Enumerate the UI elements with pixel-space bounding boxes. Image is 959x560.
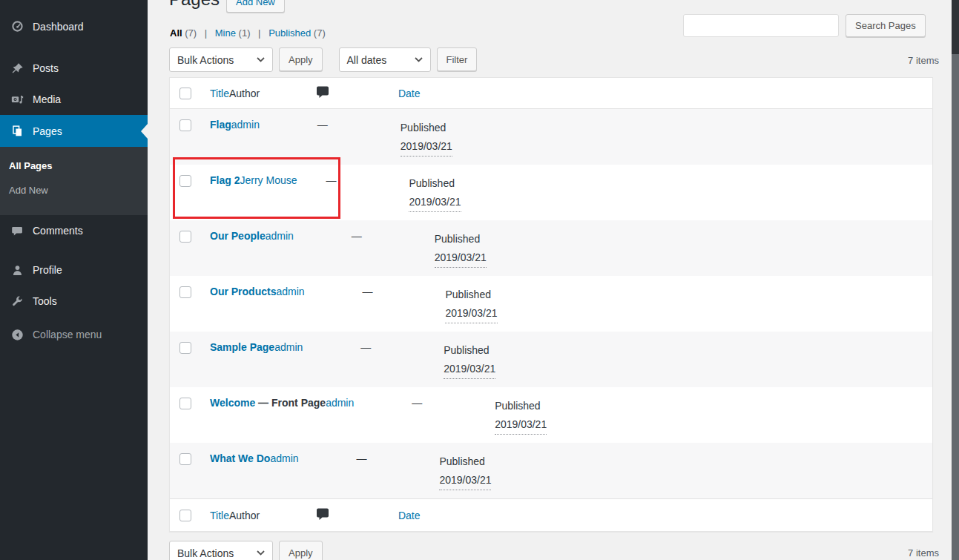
- author-link[interactable]: admin: [326, 397, 354, 409]
- sort-title-link[interactable]: Title: [210, 510, 229, 521]
- table-row: Our Products admin — Published2019/03/21: [170, 276, 932, 332]
- comments-dash: —: [317, 119, 328, 131]
- status-text: Published: [401, 122, 446, 134]
- select-all-checkbox[interactable]: [179, 88, 191, 99]
- sidebar-item-label: Comments: [33, 225, 83, 237]
- chevron-down-icon: [257, 550, 265, 556]
- comments-dash: —: [326, 174, 336, 186]
- author-link[interactable]: admin: [274, 341, 303, 353]
- row-checkbox[interactable]: [179, 398, 191, 409]
- status-text: Published: [495, 400, 541, 412]
- page-title-link[interactable]: Flag 2: [210, 174, 240, 186]
- apply-button-bottom[interactable]: Apply: [279, 541, 323, 560]
- bulk-actions-value: Bulk Actions: [177, 54, 234, 66]
- row-checkbox[interactable]: [179, 453, 191, 465]
- author-column-header: Author: [229, 510, 315, 521]
- sidebar-item-label: Collapse menu: [33, 329, 102, 340]
- search-pages-button[interactable]: Search Pages: [846, 14, 926, 37]
- author-link[interactable]: admin: [266, 230, 294, 242]
- page-title-link[interactable]: What We Do: [210, 452, 270, 464]
- author-link[interactable]: admin: [276, 286, 304, 297]
- table-row: What We Do admin — Published2019/03/21: [170, 443, 932, 498]
- date-text: 2019/03/21: [435, 248, 487, 268]
- chevron-down-icon: [415, 57, 423, 62]
- post-state: — Front Page: [255, 397, 326, 409]
- row-checkbox[interactable]: [179, 286, 191, 298]
- items-count: 7 items: [908, 547, 939, 559]
- sidebar-item-label: Profile: [33, 264, 62, 276]
- page-title-link[interactable]: Flag: [210, 119, 231, 131]
- admin-sidebar: Dashboard Posts Media Pages All Pages Ad…: [0, 0, 148, 560]
- view-mine-count: (1): [239, 27, 251, 39]
- row-checkbox[interactable]: [179, 119, 191, 131]
- author-link[interactable]: Jerry Mouse: [240, 174, 297, 186]
- select-all-checkbox[interactable]: [179, 510, 191, 521]
- sidebar-item-label: Pages: [33, 125, 62, 137]
- comments-dash: —: [360, 341, 371, 353]
- sidebar-item-collapse-menu[interactable]: Collapse menu: [0, 319, 148, 350]
- items-count: 7 items: [908, 55, 939, 66]
- top-toolbar: Bulk Actions Apply All dates Filter: [169, 47, 477, 72]
- scrollbar-track[interactable]: [952, 0, 959, 560]
- dashboard-icon: [10, 20, 24, 33]
- sort-date-link[interactable]: Date: [398, 88, 421, 99]
- pages-table: Title Author Date Flag admin — Published…: [169, 77, 933, 532]
- view-published-link[interactable]: Published: [268, 27, 311, 39]
- scrollbar-thumb[interactable]: [952, 54, 959, 560]
- filter-button[interactable]: Filter: [437, 47, 478, 71]
- table-row: Flag admin — Published2019/03/21: [170, 109, 932, 165]
- row-checkbox[interactable]: [179, 231, 191, 243]
- sidebar-item-add-new[interactable]: Add New: [9, 180, 148, 205]
- status-text: Published: [444, 344, 490, 356]
- wrench-icon: [10, 294, 24, 308]
- table-row: Flag 2 Jerry Mouse — Published2019/03/21: [170, 165, 932, 220]
- active-item-arrow: [141, 124, 148, 139]
- table-row: Sample Page admin — Published2019/03/21: [170, 332, 932, 387]
- search-input[interactable]: [683, 14, 839, 37]
- sidebar-item-tools[interactable]: Tools: [0, 286, 148, 317]
- sidebar-item-media[interactable]: Media: [0, 84, 148, 115]
- author-column-header: Author: [229, 88, 315, 99]
- status-text: Published: [435, 233, 481, 245]
- pages-submenu: All Pages Add New: [0, 147, 148, 215]
- table-row: Our People admin — Published2019/03/21: [170, 220, 932, 276]
- main-content: Pages Add New All (7) | Mine (1) | Publi…: [148, 0, 959, 560]
- page-title-link[interactable]: Sample Page: [210, 341, 274, 353]
- date-text: 2019/03/21: [401, 137, 452, 157]
- author-link[interactable]: admin: [270, 452, 298, 464]
- sidebar-item-comments[interactable]: Comments: [0, 215, 148, 246]
- dates-filter-select[interactable]: All dates: [339, 47, 431, 72]
- comments-dash: —: [356, 452, 366, 464]
- sidebar-item-label: Media: [33, 93, 61, 105]
- author-link[interactable]: admin: [231, 119, 260, 131]
- sidebar-item-pages[interactable]: Pages: [0, 115, 148, 147]
- sidebar-item-all-pages[interactable]: All Pages: [9, 156, 148, 180]
- status-text: Published: [439, 455, 485, 467]
- view-mine-link[interactable]: Mine: [215, 27, 236, 39]
- bulk-actions-select-bottom[interactable]: Bulk Actions: [169, 541, 273, 560]
- bulk-actions-select[interactable]: Bulk Actions: [169, 47, 273, 72]
- bulk-actions-value: Bulk Actions: [177, 547, 234, 559]
- media-icon: [10, 93, 24, 106]
- row-checkbox[interactable]: [179, 342, 191, 354]
- sort-date-link[interactable]: Date: [398, 510, 421, 521]
- sidebar-item-posts[interactable]: Posts: [0, 53, 148, 84]
- view-separator: |: [258, 27, 260, 39]
- sidebar-item-dashboard[interactable]: Dashboard: [0, 10, 148, 42]
- page-title-link[interactable]: Our Products: [210, 286, 276, 297]
- sort-title-link[interactable]: Title: [210, 88, 229, 99]
- page-title-link[interactable]: Welcome: [210, 397, 255, 409]
- collapse-arrow-icon: [10, 328, 24, 341]
- date-text: 2019/03/21: [445, 304, 497, 323]
- view-all-link[interactable]: All: [170, 27, 182, 39]
- comments-column-icon: [315, 85, 398, 102]
- row-checkbox[interactable]: [179, 175, 191, 187]
- page-title-link[interactable]: Our People: [210, 230, 266, 242]
- add-new-button[interactable]: Add New: [226, 0, 285, 13]
- page-title: Pages: [169, 0, 220, 10]
- table-footer-header: Title Author Date: [170, 498, 932, 531]
- sidebar-item-profile[interactable]: Profile: [0, 254, 148, 286]
- bottom-toolbar: Bulk Actions Apply: [169, 541, 323, 560]
- comments-dash: —: [412, 397, 422, 409]
- apply-button[interactable]: Apply: [279, 47, 323, 71]
